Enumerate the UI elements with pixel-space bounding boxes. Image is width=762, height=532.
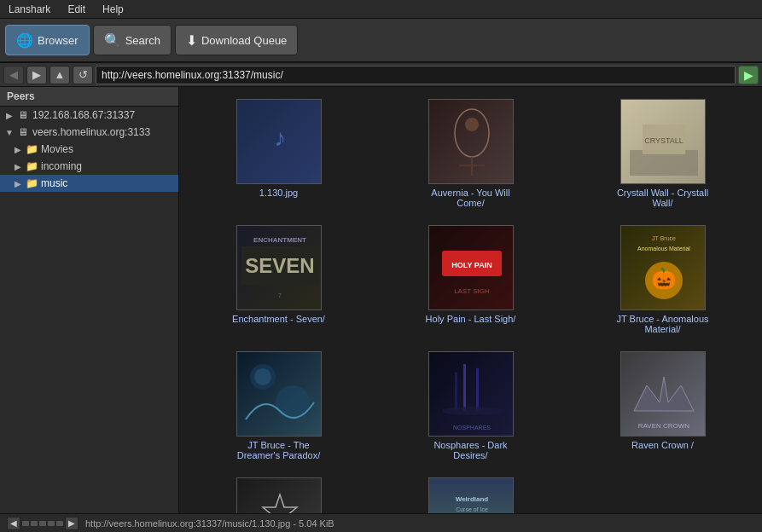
svg-rect-32 xyxy=(455,373,457,411)
thumbnail-4: HOLY PAIN LAST SIGH xyxy=(428,225,514,310)
thumbnail-8: RAVEN CROWN xyxy=(620,351,706,437)
thumbnail-5: JT Bruce Anomalous Material 🎃 xyxy=(620,225,706,310)
svg-point-27 xyxy=(254,368,271,385)
album-art-7: NOSPHARES xyxy=(429,351,513,437)
file-label-0: 1.130.jpg xyxy=(259,188,298,198)
menu-lanshark[interactable]: Lanshark xyxy=(5,2,54,17)
file-item-5[interactable]: JT Bruce Anomalous Material 🎃 JT Bruce -… xyxy=(570,220,755,339)
album-art-1 xyxy=(429,99,513,184)
svg-text:RAVEN CROWN: RAVEN CROWN xyxy=(637,422,689,430)
album-art-0: ♪ xyxy=(237,99,321,184)
svg-text:ENCHANTMENT: ENCHANTMENT xyxy=(253,236,306,244)
album-art-6 xyxy=(237,351,321,437)
up-button[interactable]: ▲ xyxy=(49,66,70,84)
search-button[interactable]: 🔍 Search xyxy=(93,25,172,55)
file-item-3[interactable]: ENCHANTMENT SEVEN 7 Enchantment - Seven/ xyxy=(186,220,371,339)
peer-label-1: 192.168.168.67:31337 xyxy=(32,109,135,121)
svg-rect-29 xyxy=(429,351,513,437)
file-label-2: Crystall Wall - Crystall Wall/ xyxy=(612,188,714,208)
file-item-10[interactable]: Weirdland Curse of Ice Weirdland - Curse… xyxy=(378,472,563,513)
album-art-4: HOLY PAIN LAST SIGH xyxy=(429,225,513,310)
movies-arrow: ▶ xyxy=(12,143,24,155)
addressbar: ◀ ▶ ▲ ↺ ▶ xyxy=(0,63,762,87)
svg-point-4 xyxy=(465,118,479,131)
incoming-label: incoming xyxy=(41,160,82,172)
scroll-dot-4 xyxy=(48,521,55,526)
file-grid: ♪ 1.130.jpg xyxy=(186,94,755,513)
folder-music[interactable]: ▶ 📁 music xyxy=(0,175,178,192)
file-item-0[interactable]: ♪ 1.130.jpg xyxy=(186,94,371,213)
svg-point-33 xyxy=(442,407,502,415)
file-item-1[interactable]: Auvernia - You Will Come/ xyxy=(378,94,563,213)
svg-text:JT Bruce: JT Bruce xyxy=(652,235,676,241)
computer-icon-2: 🖥 xyxy=(15,126,31,138)
download-queue-label: Download Queue xyxy=(201,34,287,47)
svg-text:SEVEN: SEVEN xyxy=(245,254,314,277)
peer-label-2: veers.homelinux.org:3133 xyxy=(32,126,150,138)
back-button[interactable]: ◀ xyxy=(3,66,24,84)
thumbnail-0: ♪ xyxy=(236,99,322,184)
svg-rect-31 xyxy=(476,368,479,411)
movies-folder-icon: 📁 xyxy=(24,143,39,155)
svg-text:NOSPHARES: NOSPHARES xyxy=(453,425,491,431)
movies-label: Movies xyxy=(41,143,73,155)
forward-button[interactable]: ▶ xyxy=(26,66,47,84)
go-button[interactable]: ▶ xyxy=(738,66,759,84)
address-input[interactable] xyxy=(96,66,736,84)
menu-help[interactable]: Help xyxy=(99,2,127,17)
peer-item-2[interactable]: ▼ 🖥 veers.homelinux.org:3133 xyxy=(0,124,178,141)
computer-icon-1: 🖥 xyxy=(15,109,31,121)
scroll-right-btn[interactable]: ▶ xyxy=(65,517,79,530)
svg-text:♪: ♪ xyxy=(274,124,286,151)
file-label-5: JT Bruce - Anomalous Material/ xyxy=(612,314,714,334)
svg-text:🎃: 🎃 xyxy=(651,266,677,291)
thumbnail-2: CRYSTALL xyxy=(620,99,706,184)
thumbnail-7: NOSPHARES xyxy=(428,351,514,437)
scroll-dot-1 xyxy=(22,521,29,526)
music-folder-icon: 📁 xyxy=(24,177,39,189)
file-item-4[interactable]: HOLY PAIN LAST SIGH Holy Pain - Last Sig… xyxy=(378,220,563,339)
file-item-9[interactable]: Sins n Bliss - Promo/ xyxy=(186,472,371,513)
menubar: Lanshark Edit Help xyxy=(0,0,762,19)
refresh-button[interactable]: ↺ xyxy=(73,66,93,84)
thumbnail-3: ENCHANTMENT SEVEN 7 xyxy=(236,225,322,310)
thumbnail-6 xyxy=(236,351,322,437)
scroll-left-btn[interactable]: ◀ xyxy=(7,517,20,530)
file-item-2[interactable]: CRYSTALL Crystall Wall - Crystall Wall/ xyxy=(570,94,755,213)
browser-button[interactable]: 🌐 Browser xyxy=(5,25,90,55)
scroll-dots xyxy=(22,521,63,526)
peer-item-1[interactable]: ▶ 🖥 192.168.168.67:31337 xyxy=(0,107,178,124)
album-art-10: Weirdland Curse of Ice xyxy=(429,477,513,513)
browser-label: Browser xyxy=(38,34,79,47)
svg-text:7: 7 xyxy=(278,292,282,298)
music-arrow: ▶ xyxy=(12,177,24,189)
search-label: Search xyxy=(125,34,160,47)
sidebar-title: Peers xyxy=(0,87,178,107)
download-queue-button[interactable]: ⬇ Download Queue xyxy=(175,25,298,55)
album-art-3: ENCHANTMENT SEVEN 7 xyxy=(237,225,321,310)
file-label-1: Auvernia - You Will Come/ xyxy=(420,188,522,208)
svg-rect-30 xyxy=(463,364,466,411)
incoming-folder-icon: 📁 xyxy=(24,160,39,172)
music-label: music xyxy=(41,177,67,189)
svg-point-28 xyxy=(276,385,310,419)
svg-text:Curse of Ice: Curse of Ice xyxy=(456,506,488,512)
svg-text:Weirdland: Weirdland xyxy=(455,495,488,503)
statusbar: ◀ ▶ http://veers.homelinux.org:31337/mus… xyxy=(0,513,762,532)
file-item-6[interactable]: JT Bruce - The Dreamer's Paradox/ xyxy=(186,346,371,466)
file-label-8: Raven Crown / xyxy=(631,440,694,450)
file-item-8[interactable]: RAVEN CROWN Raven Crown / xyxy=(570,346,755,466)
album-art-2: CRYSTALL xyxy=(621,99,705,184)
file-label-7: Nosphares - Dark Desires/ xyxy=(420,440,522,460)
download-icon: ⬇ xyxy=(186,32,197,49)
menu-edit[interactable]: Edit xyxy=(64,2,89,17)
folder-movies[interactable]: ▶ 📁 Movies xyxy=(0,141,178,158)
thumbnail-9 xyxy=(236,477,322,513)
svg-text:LAST SIGH: LAST SIGH xyxy=(454,287,490,295)
search-icon: 🔍 xyxy=(104,32,121,49)
folder-incoming[interactable]: ▶ 📁 incoming xyxy=(0,158,178,175)
content-area[interactable]: ♪ 1.130.jpg xyxy=(179,87,762,513)
svg-text:CRYSTALL: CRYSTALL xyxy=(644,136,683,145)
file-label-3: Enchantment - Seven/ xyxy=(232,314,325,324)
file-item-7[interactable]: NOSPHARES Nosphares - Dark Desires/ xyxy=(378,346,563,466)
